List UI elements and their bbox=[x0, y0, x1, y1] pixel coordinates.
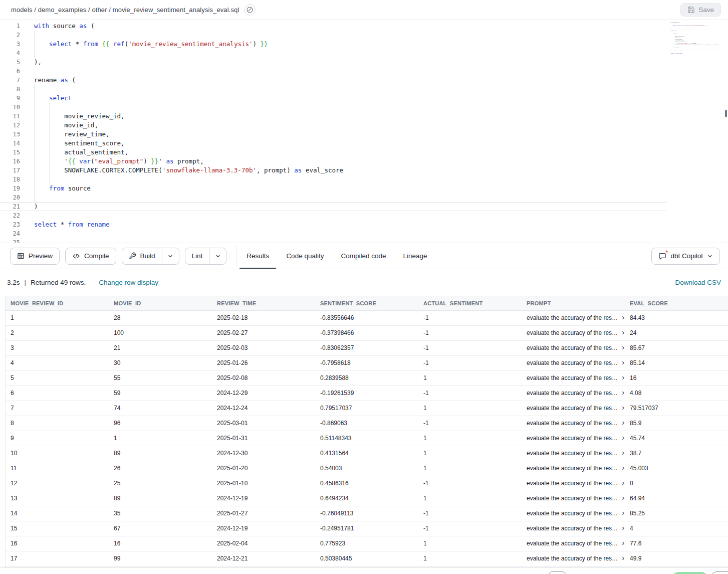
code-line-7[interactable]: 7rename as ( bbox=[0, 76, 666, 85]
code-line-11[interactable]: 11movie_review_id, bbox=[0, 112, 666, 121]
code-line-25[interactable]: 25 bbox=[0, 238, 666, 243]
code-lines[interactable]: 1with source as (23select * from {{ ref(… bbox=[0, 21, 666, 243]
breadcrumb[interactable]: models / demo_examples / other / movie_r… bbox=[11, 6, 239, 14]
build-options-button[interactable] bbox=[162, 248, 179, 264]
line-number: 18 bbox=[0, 175, 23, 184]
code-line-1[interactable]: 1with source as ( bbox=[669, 22, 725, 23]
prompt-expand-icon[interactable] bbox=[621, 375, 625, 382]
code-line-2[interactable]: 2 bbox=[669, 23, 725, 25]
code-line-14[interactable]: 14sentiment_score, bbox=[0, 139, 666, 148]
change-row-display-link[interactable]: Change row display bbox=[99, 279, 158, 286]
tab-lineage[interactable]: Lineage bbox=[396, 243, 434, 269]
footer-status-pill[interactable] bbox=[672, 572, 707, 574]
build-label: Build bbox=[140, 252, 155, 260]
code-editor[interactable]: 1with source as (23select * from {{ ref(… bbox=[0, 21, 728, 243]
prompt-expand-icon[interactable] bbox=[621, 345, 625, 352]
cell: 1 bbox=[109, 431, 212, 446]
footer-button[interactable] bbox=[711, 571, 728, 574]
cell: 0.54003 bbox=[315, 461, 418, 476]
code-line-19[interactable]: 19from source bbox=[669, 47, 725, 49]
code-line-9[interactable]: 9select bbox=[669, 33, 725, 35]
code-line-7[interactable]: 7rename as ( bbox=[669, 30, 725, 32]
code-line-12[interactable]: 12movie_id, bbox=[0, 121, 666, 130]
prompt-expand-icon[interactable] bbox=[621, 420, 625, 427]
footer-button[interactable] bbox=[548, 571, 567, 574]
prompt-expand-icon[interactable] bbox=[621, 435, 625, 442]
prompt-expand-icon[interactable] bbox=[621, 510, 625, 517]
dbt-copilot-button[interactable]: ✦ dbt Copilot bbox=[651, 248, 720, 265]
code-line-25[interactable]: 25 bbox=[669, 55, 725, 57]
prompt-expand-icon[interactable] bbox=[621, 390, 625, 397]
code-line-2[interactable]: 2 bbox=[0, 31, 666, 40]
code-line-15[interactable]: 15actual_sentiment, bbox=[0, 148, 666, 157]
code-lines[interactable]: 1with source as (23select * from {{ ref(… bbox=[669, 22, 725, 57]
code-line-6[interactable]: 6 bbox=[0, 67, 666, 76]
code-line-11[interactable]: 11movie_review_id, bbox=[669, 36, 725, 37]
prompt-expand-icon[interactable] bbox=[621, 540, 625, 547]
editor-scrollbar[interactable] bbox=[725, 110, 727, 117]
build-button[interactable]: Build bbox=[122, 248, 162, 264]
code-line-24[interactable]: 24 bbox=[0, 229, 666, 238]
code-line-5[interactable]: 5), bbox=[669, 27, 725, 29]
code-line-16[interactable]: 16'{{ var("eval_prompt") }}' as prompt, bbox=[0, 157, 666, 166]
code-line-4[interactable]: 4 bbox=[669, 26, 725, 28]
preview-button[interactable]: Preview bbox=[10, 248, 60, 265]
lint-options-button[interactable] bbox=[209, 248, 226, 264]
code-line-20[interactable]: 20 bbox=[0, 193, 666, 202]
download-csv-link[interactable]: Download CSV bbox=[675, 279, 721, 286]
tab-code-quality[interactable]: Code quality bbox=[279, 243, 331, 269]
code-line-9[interactable]: 9select bbox=[0, 94, 666, 103]
code-line-12[interactable]: 12movie_id, bbox=[669, 37, 725, 39]
code-line-19[interactable]: 19from source bbox=[0, 184, 666, 193]
compile-button[interactable]: Compile bbox=[65, 248, 116, 265]
edit-file-icon[interactable] bbox=[244, 4, 256, 16]
prompt-expand-icon[interactable] bbox=[621, 465, 625, 472]
code-line-22[interactable]: 22 bbox=[0, 211, 666, 220]
code-line-10[interactable]: 10 bbox=[0, 103, 666, 112]
tab-results[interactable]: Results bbox=[239, 243, 276, 269]
code-line-14[interactable]: 14sentiment_score, bbox=[669, 40, 725, 42]
prompt-expand-icon[interactable] bbox=[621, 405, 625, 412]
save-button[interactable]: Save bbox=[680, 3, 721, 17]
cell: 2025-01-26 bbox=[212, 355, 315, 370]
code-line-22[interactable]: 22 bbox=[669, 51, 725, 53]
code-line-18[interactable]: 18 bbox=[669, 46, 725, 47]
prompt-expand-icon[interactable] bbox=[621, 315, 625, 322]
prompt-expand-icon[interactable] bbox=[621, 555, 625, 562]
prompt-expand-icon[interactable] bbox=[621, 480, 625, 487]
code-line-18[interactable]: 18 bbox=[0, 175, 666, 184]
code-line-17[interactable]: 17SNOWFLAKE.CORTEX.COMPLETE('snowflake-l… bbox=[669, 44, 725, 46]
code-line-15[interactable]: 15actual_sentiment, bbox=[669, 41, 725, 43]
tab-compiled-code[interactable]: Compiled code bbox=[334, 243, 393, 269]
code-line-5[interactable]: 5), bbox=[0, 58, 666, 67]
code-line-3[interactable]: 3select * from {{ ref('movie_review_sent… bbox=[669, 25, 725, 26]
code-line-13[interactable]: 13review_time, bbox=[669, 39, 725, 40]
code-line-20[interactable]: 20 bbox=[669, 48, 725, 50]
code-line-1[interactable]: 1with source as ( bbox=[0, 22, 666, 31]
prompt-expand-icon[interactable] bbox=[621, 495, 625, 502]
code-line-21[interactable]: 21) bbox=[669, 50, 725, 51]
code-line-13[interactable]: 13review_time, bbox=[0, 130, 666, 139]
prompt-expand-icon[interactable] bbox=[621, 525, 625, 532]
code-line-4[interactable]: 4 bbox=[0, 49, 666, 58]
prompt-expand-icon[interactable] bbox=[621, 450, 625, 457]
code-line-3[interactable]: 3select * from {{ ref('movie_review_sent… bbox=[0, 40, 666, 49]
prompt-expand-icon[interactable] bbox=[621, 330, 625, 337]
lint-button[interactable]: Lint bbox=[185, 248, 209, 264]
code-line-8[interactable]: 8 bbox=[0, 85, 666, 94]
code-line-23[interactable]: 23select * from rename bbox=[0, 220, 666, 229]
cell: -1 bbox=[418, 476, 522, 491]
prompt-expand-icon[interactable] bbox=[621, 360, 625, 367]
code-line-6[interactable]: 6 bbox=[669, 29, 725, 30]
code-line-8[interactable]: 8 bbox=[669, 32, 725, 33]
code-line-17[interactable]: 17SNOWFLAKE.CORTEX.COMPLETE('snowflake-l… bbox=[0, 166, 666, 175]
code-line-23[interactable]: 23select * from rename bbox=[669, 53, 725, 54]
minimap[interactable]: 1with source as (23select * from {{ ref(… bbox=[669, 22, 725, 63]
code-line-10[interactable]: 10 bbox=[669, 34, 725, 36]
code-line-24[interactable]: 24 bbox=[669, 54, 725, 55]
cell: 0.2839588 bbox=[315, 370, 418, 386]
code-line-16[interactable]: 16'{{ var("eval_prompt") }}' as prompt, bbox=[669, 43, 725, 44]
code-line-21[interactable]: 21) bbox=[0, 202, 666, 211]
prompt-cell: evaluate the accuracy of the res… bbox=[522, 551, 625, 566]
column-header-movie_review_id: MOVIE_REVIEW_ID bbox=[6, 296, 109, 310]
